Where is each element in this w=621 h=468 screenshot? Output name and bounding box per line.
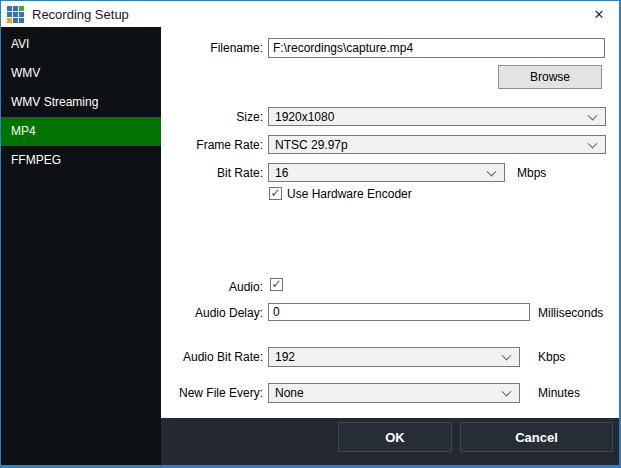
cancel-button[interactable]: Cancel <box>460 422 613 452</box>
bit-rate-select[interactable]: 16 <box>268 163 505 182</box>
ok-button[interactable]: OK <box>338 422 452 452</box>
audio-label: Audio: <box>161 280 263 294</box>
window-title: Recording Setup <box>32 7 129 22</box>
audio-checkbox[interactable]: ✓ <box>270 278 283 291</box>
audio-bit-rate-value: 192 <box>275 350 295 364</box>
close-button[interactable]: ✕ <box>583 1 615 27</box>
new-file-every-select[interactable]: None <box>268 383 520 403</box>
bit-rate-label: Bit Rate: <box>161 166 263 180</box>
logo-cell <box>19 6 24 11</box>
hardware-encoder-label: Use Hardware Encoder <box>287 187 412 201</box>
filename-label: Filename: <box>161 41 263 55</box>
new-file-every-label: New File Every: <box>161 386 263 400</box>
sidebar: AVI WMV WMV Streaming MP4 FFMPEG <box>1 27 161 465</box>
bit-rate-unit: Mbps <box>517 166 546 180</box>
audio-delay-label: Audio Delay: <box>161 306 263 320</box>
chevron-down-icon <box>588 110 598 120</box>
logo-cell <box>13 12 18 17</box>
filename-input[interactable] <box>268 38 605 58</box>
logo-cell <box>7 6 12 11</box>
sidebar-item-mp4-selected[interactable]: MP4 <box>1 117 161 146</box>
logo-cell <box>19 18 24 23</box>
size-label: Size: <box>161 110 263 124</box>
size-select[interactable]: 1920x1080 <box>268 107 606 126</box>
hardware-encoder-checkbox[interactable]: ✓ <box>269 187 282 200</box>
logo-cell <box>7 18 12 23</box>
frame-rate-label: Frame Rate: <box>161 138 263 152</box>
chevron-down-icon <box>487 166 497 176</box>
logo-cell <box>13 6 18 11</box>
new-file-every-unit: Minutes <box>538 386 580 400</box>
close-icon: ✕ <box>594 7 605 22</box>
sidebar-item-wmv-streaming[interactable]: WMV Streaming <box>1 88 161 117</box>
chevron-down-icon <box>502 351 512 361</box>
frame-rate-value: NTSC 29.97p <box>275 138 348 152</box>
audio-delay-input[interactable] <box>268 303 530 321</box>
sidebar-item-wmv[interactable]: WMV <box>1 59 161 88</box>
recording-setup-dialog: Recording Setup ✕ AVI WMV WMV Streaming … <box>0 0 621 468</box>
new-file-every-value: None <box>275 386 304 400</box>
vmix-logo-icon <box>7 6 24 23</box>
logo-cell <box>7 12 12 17</box>
browse-button[interactable]: Browse <box>498 65 602 89</box>
footer-bar: OK Cancel <box>161 418 619 465</box>
audio-bit-rate-label: Audio Bit Rate: <box>161 350 263 364</box>
size-value: 1920x1080 <box>275 110 334 124</box>
check-icon: ✓ <box>271 278 281 290</box>
logo-cell <box>13 18 18 23</box>
sidebar-item-avi[interactable]: AVI <box>1 30 161 59</box>
audio-bit-rate-select[interactable]: 192 <box>268 347 520 367</box>
sidebar-item-ffmpeg[interactable]: FFMPEG <box>1 146 161 175</box>
titlebar[interactable]: Recording Setup ✕ <box>1 1 619 27</box>
audio-bit-rate-unit: Kbps <box>538 350 565 364</box>
logo-cell <box>19 12 24 17</box>
check-icon: ✓ <box>270 187 280 199</box>
chevron-down-icon <box>588 138 598 148</box>
frame-rate-select[interactable]: NTSC 29.97p <box>268 135 606 154</box>
bit-rate-value: 16 <box>275 166 288 180</box>
audio-delay-unit: Milliseconds <box>538 306 603 320</box>
chevron-down-icon <box>502 387 512 397</box>
